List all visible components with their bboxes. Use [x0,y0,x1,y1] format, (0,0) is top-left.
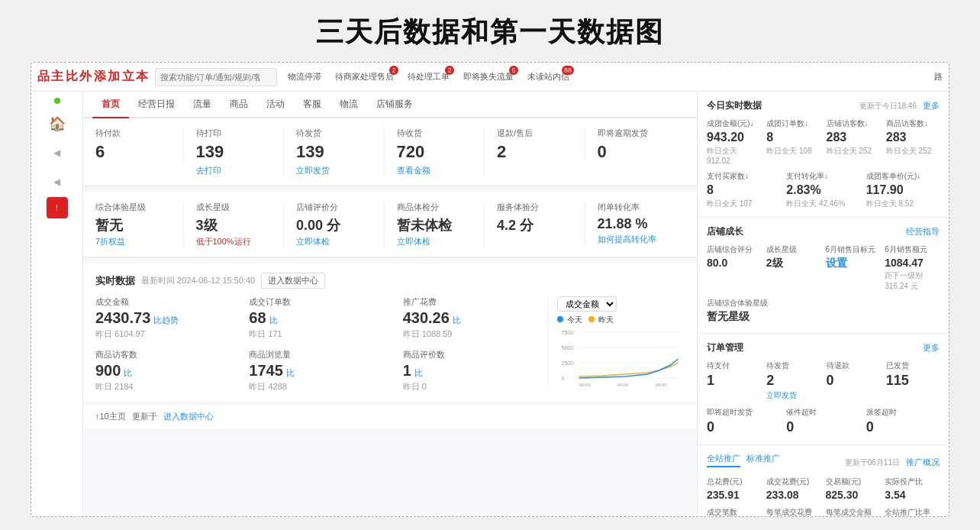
today-metric-3-label: 商品访客数↓ [886,118,940,129]
growth-title: 店铺成长 [707,225,743,238]
nav-item-aftersale[interactable]: 待商家处理售后 2 [329,63,400,92]
order-5-value: 0 [786,419,859,435]
order-section: 订单管理 更多 待支付 1 待发货 2 立即发货 [698,334,949,445]
stat-pending-receive-link[interactable]: 查看金额 [397,165,472,176]
order-row2: 即将超时发货 0 催件超时 0 派签超时 0 [707,407,940,437]
metric-sales-link[interactable]: 比趋势 [153,315,179,326]
svg-text:0: 0 [562,376,565,381]
metric-promo-link[interactable]: 比 [453,315,461,326]
rating-product-score-link[interactable]: 立即体检 [397,236,472,247]
today-metric-1-value: 8 [766,131,820,144]
nav-item-workorder[interactable]: 待处理工单 2 [401,63,456,92]
rating-shop-score-link[interactable]: 立即体检 [296,236,372,247]
metric-orders-compare: 昨日 171 [249,328,393,340]
growth-3-value: 1084.47 [885,257,940,269]
order-2-label: 待退款 [827,360,880,371]
nav-right[interactable]: 路 [934,71,943,82]
rating-service-value: 4.2 分 [497,216,572,234]
order-item-0: 待支付 1 [707,360,760,401]
sidebar-icon-expand1[interactable]: ◀ [44,139,71,166]
promo-item-2: 交易额(元) 825.30 [826,477,881,503]
tab-store[interactable]: 店铺服务 [367,92,422,118]
metric-visitors-value: 900 [95,362,121,380]
today-row2: 支付买家数↓ 8 昨日全天 107 支付转化率↓ 2.83% 昨日全天 42.4… [707,171,940,209]
tab-goods[interactable]: 商品 [221,92,257,118]
rating-growth-value: 3级 [196,216,272,234]
store-rating-value: 暂无星级 [707,310,940,324]
rating-conversion-link[interactable]: 如何提高转化率 [598,234,673,245]
enter-data-center-btn[interactable]: 进入数据中心 [261,273,325,289]
growth-link[interactable]: 经营指导 [906,226,940,238]
svg-text:2500: 2500 [562,360,574,366]
metric-visitors-label: 商品访客数 [95,349,240,360]
search-input[interactable] [160,73,260,82]
nav-item-logistics[interactable]: 物流停滞 [282,63,327,92]
stat-refund: 退款/售后 2 [485,128,585,162]
search-box[interactable] [155,68,277,86]
promo-2-value: 825.30 [826,489,881,501]
order-header: 订单管理 更多 [707,341,940,354]
order-more[interactable]: 更多 [923,342,940,354]
stat-pending-ship-label: 待发货 [296,128,372,139]
nav-item-message[interactable]: 未读站内信 88 [521,63,575,92]
growth-2-value[interactable]: 设置 [826,257,881,270]
tab-logistics[interactable]: 物流 [330,92,367,118]
metric-views-value: 1745 [249,362,283,380]
metric-sales: 成交金额 2430.73 比趋势 昨日 6104.97 [95,296,240,340]
nav-items: 物流停滞 待商家处理售后 2 待处理工单 2 即将换失流量 5 未读站内信 88 [282,63,930,92]
stat-refund-value: 2 [497,142,572,162]
stat-pending-ship-link[interactable]: 立即发货 [296,165,372,176]
order-1-link[interactable]: 立即发货 [766,390,820,401]
sidebar-red-icon[interactable]: ! [47,197,68,218]
promo-item-4: 成交笔数 7 [707,507,762,516]
metric-reviews-link[interactable]: 比 [414,367,423,379]
nav-item-traffic[interactable]: 即将换失流量 5 [457,63,520,92]
stat-pending-receive-value: 720 [397,142,472,162]
rating-overall-link[interactable]: 7折权益 [95,236,171,247]
tab-daily[interactable]: 经营日报 [129,92,184,118]
metric-views-link[interactable]: 比 [286,367,295,379]
left-sidebar: 🏠 ◀ ◀ ! [31,92,83,516]
realtime-metrics-area: 成交金额 2430.73 比趋势 昨日 6104.97 成交订单数 [95,296,547,393]
metric-orders-link[interactable]: 比 [269,315,278,326]
growth-3-note: 距下一级别 316.24 元 [885,270,940,292]
order-1-label: 待发货 [766,360,820,371]
today-time: 更新于今日18:46 [859,101,917,111]
tab-service[interactable]: 客服 [294,92,330,118]
promo-1-value: 233.08 [766,489,821,501]
tab-activity[interactable]: 活动 [257,92,294,118]
order-grid: 待支付 1 待发货 2 立即发货 待退款 0 已 [707,360,940,401]
today-metric-3-value: 283 [886,131,940,144]
metric-visitors-link[interactable]: 比 [124,367,132,379]
sidebar-icon-home[interactable]: 🏠 [44,110,71,137]
rating-overall-value: 暂无 [95,216,171,234]
metric-reviews-label: 商品评价数 [403,349,547,360]
metric-orders-label: 成交订单数 [249,296,393,308]
rating-product-score-label: 商品体检分 [397,202,472,213]
promo-tab-all[interactable]: 全站推广 [707,453,740,467]
stats-row: 待付款 6 待打印 139 去打印 待发货 139 立即发货 待收货 [83,118,697,186]
promo-section: 全站推广 标准推广 更新于06月11日 推广概况 总花费(元) 235.91 [698,445,949,516]
tab-traffic[interactable]: 流量 [184,92,221,118]
rating-shop-score: 店铺评价分 0.00 分 立即体检 [284,202,385,247]
growth-1-label: 成长星级 [766,244,821,255]
badge-traffic: 5 [509,66,518,75]
order-0-value: 1 [707,373,760,389]
promo-tab-standard[interactable]: 标准推广 [746,453,780,467]
today-metric-5-label: 支付转化率↓ [786,171,859,182]
stat-pending-ship: 待发货 139 立即发货 [284,128,385,176]
legend-today-dot [557,316,563,322]
badge-aftersale: 2 [389,66,398,75]
promo-4-label: 成交笔数 [707,507,762,516]
sidebar-icon-expand2[interactable]: ◀ [44,168,71,196]
chart-select[interactable]: 成交金额 [557,296,617,312]
promo-link[interactable]: 推广概况 [906,457,940,468]
growth-item-1: 成长星级 2级 [766,244,821,292]
stat-pending-print-link[interactable]: 去打印 [196,165,272,176]
bottom-link[interactable]: 进入数据中心 [163,411,214,422]
rating-growth-sub: 低于100%运行 [196,236,272,247]
order-3-value: 115 [886,373,940,389]
today-more[interactable]: 更多 [923,100,940,111]
bottom-label: ↑10主页 [95,411,126,422]
tab-home[interactable]: 首页 [92,92,129,118]
